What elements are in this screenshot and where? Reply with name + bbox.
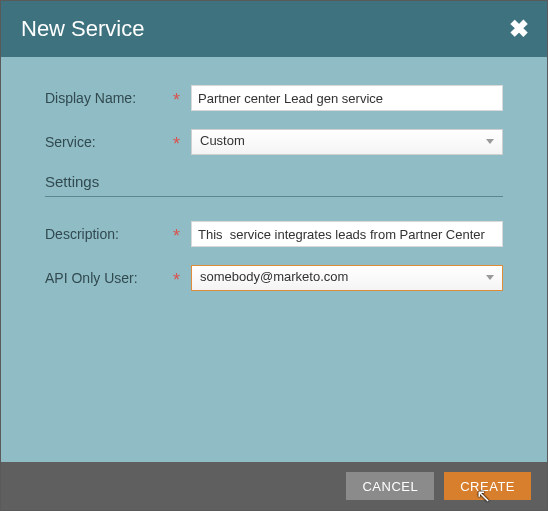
display-name-label: Display Name: [45, 90, 173, 106]
chevron-down-icon [486, 139, 494, 144]
required-asterisk-icon: * [173, 227, 187, 245]
row-api-only-user: API Only User: * somebody@marketo.com [45, 265, 503, 291]
description-field-wrap [191, 221, 503, 247]
display-name-field-wrap [191, 85, 503, 111]
service-select-value: Custom [200, 133, 245, 148]
service-label: Service: [45, 134, 173, 150]
api-only-user-label: API Only User: [45, 270, 173, 286]
dialog-content: Display Name: * Service: * Custom Settin… [1, 57, 547, 462]
row-description: Description: * [45, 221, 503, 247]
description-label: Description: [45, 226, 173, 242]
settings-heading: Settings [45, 173, 503, 190]
dialog-footer: CANCEL CREATE [1, 462, 547, 510]
row-display-name: Display Name: * [45, 85, 503, 111]
new-service-dialog: New Service ✖ Display Name: * Service: *… [1, 1, 547, 510]
description-input[interactable] [191, 221, 503, 247]
settings-divider [45, 196, 503, 197]
required-asterisk-icon: * [173, 135, 187, 153]
create-button[interactable]: CREATE [444, 472, 531, 500]
chevron-down-icon [486, 275, 494, 280]
dialog-title: New Service [21, 16, 144, 42]
service-field-wrap: Custom [191, 129, 503, 155]
api-only-user-select-value: somebody@marketo.com [200, 269, 348, 284]
display-name-input[interactable] [191, 85, 503, 111]
required-asterisk-icon: * [173, 91, 187, 109]
dialog-titlebar: New Service ✖ [1, 1, 547, 57]
api-only-user-field-wrap: somebody@marketo.com [191, 265, 503, 291]
row-service: Service: * Custom [45, 129, 503, 155]
api-only-user-select[interactable]: somebody@marketo.com [191, 265, 503, 291]
cancel-button[interactable]: CANCEL [346, 472, 434, 500]
required-asterisk-icon: * [173, 271, 187, 289]
close-icon[interactable]: ✖ [509, 17, 529, 41]
service-select[interactable]: Custom [191, 129, 503, 155]
